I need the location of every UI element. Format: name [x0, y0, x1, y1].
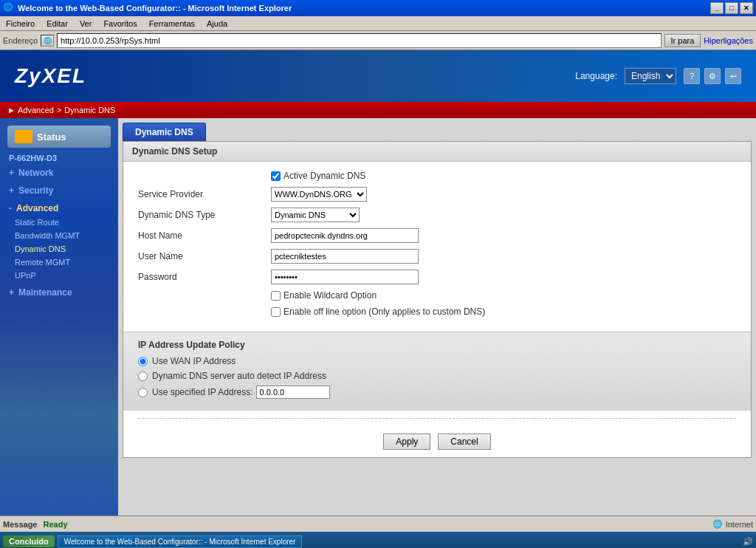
- active-dns-checkbox[interactable]: [271, 171, 281, 181]
- form-body: Active Dynamic DNS Service Provider WWW.…: [123, 162, 751, 332]
- sidebar: Status P-662HW-D3 + Network + Security -…: [0, 118, 118, 516]
- window-controls[interactable]: _ □ ✕: [710, 2, 753, 14]
- radio-auto-row: Dynamic DNS server auto detect IP Addres…: [138, 371, 736, 381]
- password-input[interactable]: [271, 270, 419, 284]
- status-bar: Message Ready 🌐 Internet: [0, 516, 756, 532]
- settings-icon[interactable]: ⚙: [704, 68, 721, 84]
- radio-wan-row: Use WAN IP Address: [138, 356, 736, 366]
- sidebar-item-upnp[interactable]: UPnP: [0, 269, 118, 282]
- dns-type-select[interactable]: Dynamic DNS: [271, 208, 360, 222]
- status-icon: [15, 130, 32, 143]
- status-label: Status: [37, 131, 66, 143]
- tab-dynamic-dns[interactable]: Dynamic DNS: [123, 123, 206, 141]
- device-name: P-662HW-D3: [0, 148, 118, 164]
- taskbar-right: 🔊: [743, 537, 753, 547]
- dns-type-row: Dynamic DNS Type Dynamic DNS: [138, 208, 736, 222]
- go-button[interactable]: Ir para: [664, 34, 701, 47]
- logout-icon[interactable]: ↩: [725, 68, 741, 84]
- menu-favoritos[interactable]: Favoritos: [97, 18, 142, 30]
- host-name-input[interactable]: [271, 228, 419, 243]
- menu-editar[interactable]: Editar: [41, 18, 74, 30]
- language-select[interactable]: English: [625, 68, 676, 84]
- address-label: Endereço: [3, 36, 38, 45]
- radio-specified[interactable]: [138, 388, 148, 397]
- help-icon[interactable]: ?: [684, 68, 700, 84]
- sidebar-item-network[interactable]: + Network: [0, 165, 118, 180]
- status-button[interactable]: Status: [7, 126, 111, 148]
- dns-type-label: Dynamic DNS Type: [138, 210, 271, 220]
- network-label: Network: [18, 168, 53, 178]
- user-name-label: User Name: [138, 251, 271, 261]
- password-label: Password: [138, 272, 271, 282]
- header-icons: ? ⚙ ↩: [684, 68, 741, 84]
- address-input[interactable]: [57, 33, 661, 48]
- menu-ajuda[interactable]: Ajuda: [201, 18, 233, 30]
- advanced-label: Advanced: [16, 203, 58, 213]
- breadcrumb-separator: >: [57, 106, 61, 114]
- links-button[interactable]: Hiperligações: [704, 36, 753, 45]
- sidebar-item-advanced[interactable]: - Advanced: [0, 201, 118, 216]
- tab-bar: Dynamic DNS: [123, 123, 752, 141]
- start-button[interactable]: Concluído: [3, 535, 55, 547]
- breadcrumb-arrow: ►: [7, 106, 16, 114]
- menu-ver[interactable]: Ver: [74, 18, 98, 30]
- maximize-button[interactable]: □: [725, 2, 738, 14]
- dynamic-dns-label: Dynamic DNS: [15, 244, 66, 253]
- menu-ferramentas[interactable]: Ferramentas: [143, 18, 201, 30]
- static-route-label: Static Route: [15, 218, 59, 227]
- status-internet: 🌐 Internet: [712, 519, 753, 529]
- ip-section: IP Address Update Policy Use WAN IP Addr…: [123, 332, 751, 411]
- radio-auto-label: Dynamic DNS server auto detect IP Addres…: [152, 371, 326, 381]
- nav-security: + Security: [0, 182, 118, 199]
- sidebar-item-static-route[interactable]: Static Route: [0, 216, 118, 229]
- address-bar: Endereço 🌐 Ir para Hiperligações: [0, 31, 756, 50]
- offline-row: Enable off line option (Only applies to …: [138, 306, 736, 317]
- cancel-button[interactable]: Cancel: [438, 434, 490, 450]
- wildcard-checkbox[interactable]: [271, 291, 281, 301]
- ip-section-title: IP Address Update Policy: [138, 340, 736, 350]
- button-row: Apply Cancel: [123, 426, 751, 457]
- expand-icon-security: +: [9, 185, 14, 196]
- status-message: Message Ready: [3, 520, 68, 529]
- zyxel-header: ZyXEL Language: English ? ⚙ ↩: [0, 50, 756, 102]
- security-label: Security: [18, 185, 53, 196]
- radio-auto-detect[interactable]: [138, 371, 148, 381]
- sidebar-item-dynamic-dns[interactable]: Dynamic DNS: [0, 242, 118, 256]
- close-button[interactable]: ✕: [740, 2, 753, 14]
- title-bar: 🌐 Welcome to the Web-Based Configurator:…: [0, 0, 756, 16]
- nav-maintenance: + Maintenance: [0, 284, 118, 301]
- internet-label: Internet: [726, 520, 753, 529]
- nav-advanced: - Advanced Static Route Bandwidth MGMT D…: [0, 199, 118, 284]
- browser-content: ZyXEL Language: English ? ⚙ ↩ ► Advanced…: [0, 50, 756, 532]
- user-name-input[interactable]: [271, 249, 419, 264]
- content-area: Dynamic DNS Dynamic DNS Setup Active Dyn…: [118, 118, 756, 516]
- taskbar-time: 🔊: [743, 537, 753, 547]
- service-provider-label: Service Provider: [138, 189, 271, 199]
- specified-ip-input[interactable]: [256, 386, 330, 399]
- sidebar-item-remote-mgmt[interactable]: Remote MGMT: [0, 256, 118, 269]
- status-ready: Ready: [43, 520, 67, 529]
- menu-bar: Ficheiro Editar Ver Favoritos Ferramenta…: [0, 16, 756, 31]
- breadcrumb-item-1[interactable]: Advanced: [18, 106, 54, 114]
- wildcard-row: Enable Wildcard Option: [138, 290, 736, 301]
- sidebar-item-maintenance[interactable]: + Maintenance: [0, 285, 118, 300]
- header-right: Language: English ? ⚙ ↩: [575, 68, 741, 84]
- user-name-row: User Name: [138, 249, 736, 264]
- expand-icon: +: [9, 168, 14, 178]
- active-dns-label: Active Dynamic DNS: [284, 171, 365, 181]
- service-provider-select[interactable]: WWW.DynDNS.ORG: [271, 187, 367, 202]
- menu-ficheiro[interactable]: Ficheiro: [0, 18, 41, 30]
- host-name-row: Host Name: [138, 228, 736, 243]
- active-dns-row: Active Dynamic DNS: [138, 171, 736, 181]
- sidebar-item-bandwidth-mgmt[interactable]: Bandwidth MGMT: [0, 229, 118, 242]
- offline-checkbox[interactable]: [271, 307, 281, 317]
- sidebar-item-security[interactable]: + Security: [0, 183, 118, 198]
- taskbar-active-window[interactable]: Welcome to the Web-Based Configurator:: …: [58, 535, 303, 548]
- form-panel: Dynamic DNS Setup Active Dynamic DNS Ser…: [123, 141, 752, 458]
- apply-button[interactable]: Apply: [383, 434, 430, 450]
- upnp-label: UPnP: [15, 271, 36, 280]
- radio-wan[interactable]: [138, 357, 148, 366]
- breadcrumb-item-2[interactable]: Dynamic DNS: [64, 106, 115, 114]
- service-provider-row: Service Provider WWW.DynDNS.ORG: [138, 187, 736, 202]
- minimize-button[interactable]: _: [710, 2, 724, 14]
